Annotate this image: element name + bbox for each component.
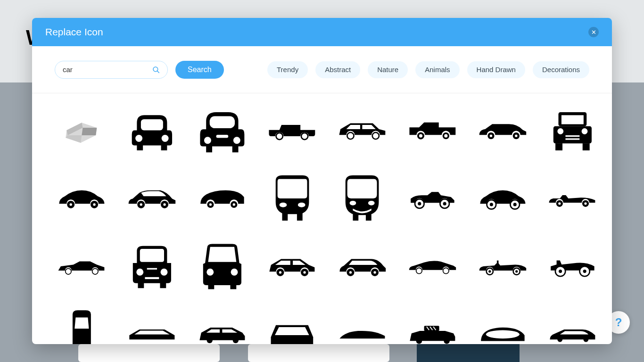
beetle-side-2-icon[interactable] [478, 173, 528, 223]
svg-point-30 [558, 128, 564, 134]
suv-silhouette-icon[interactable] [197, 308, 248, 344]
vintage-race-side-icon[interactable] [547, 240, 598, 291]
icon-gallery[interactable] [32, 93, 612, 344]
svg-rect-12 [216, 135, 228, 138]
isometric-car-icon[interactable] [57, 105, 107, 156]
svg-point-87 [488, 270, 491, 272]
svg-point-49 [297, 203, 305, 207]
svg-rect-85 [496, 260, 498, 264]
close-button[interactable]: ✕ [588, 27, 599, 37]
icon-row [57, 105, 598, 156]
close-icon: ✕ [591, 29, 596, 35]
icon-row [57, 308, 598, 344]
jeep-front-icon[interactable] [547, 105, 598, 156]
svg-point-97 [206, 337, 212, 343]
svg-point-18 [372, 132, 379, 139]
car-cover-icon[interactable] [478, 308, 528, 344]
svg-point-8 [161, 135, 168, 142]
van-front-icon[interactable] [197, 240, 248, 291]
sedan-side-icon[interactable] [267, 105, 317, 156]
svg-point-83 [416, 268, 421, 273]
svg-point-13 [276, 133, 283, 140]
search-button[interactable]: Search [175, 61, 224, 79]
svg-rect-33 [566, 138, 580, 140]
category-chip-hand-drawn[interactable]: Hand Drawn [467, 61, 525, 78]
svg-rect-32 [566, 135, 580, 137]
svg-rect-66 [140, 249, 164, 262]
svg-point-55 [443, 202, 446, 206]
svg-marker-99 [275, 327, 309, 335]
svg-point-76 [279, 272, 281, 274]
car-front-icon[interactable] [127, 105, 177, 156]
svg-point-10 [204, 137, 211, 144]
svg-point-61 [558, 202, 561, 205]
minivan-side-icon[interactable] [197, 173, 248, 223]
replace-icon-modal: Replace Icon ✕ Search Trendy Abstract Na… [32, 18, 612, 344]
svg-point-20 [419, 134, 422, 138]
svg-point-72 [231, 268, 238, 275]
category-chip-animals[interactable]: Animals [415, 61, 459, 78]
hatchback-side-2-icon[interactable] [267, 240, 317, 291]
svg-point-80 [349, 272, 352, 274]
crossover-side-icon[interactable] [337, 240, 388, 291]
category-chip-nature[interactable]: Nature [368, 61, 408, 78]
svg-point-65 [92, 268, 98, 274]
svg-rect-6 [141, 119, 163, 130]
svg-point-63 [585, 202, 587, 205]
icon-row [57, 240, 598, 291]
background-card [248, 344, 389, 362]
category-chip-decorations[interactable]: Decorations [533, 61, 589, 78]
svg-point-41 [140, 204, 142, 206]
modern-side-icon[interactable] [547, 308, 598, 344]
van-side-icon[interactable] [407, 105, 458, 156]
svg-rect-9 [209, 116, 234, 128]
svg-point-105 [444, 338, 449, 344]
svg-point-57 [489, 203, 493, 206]
convertible-side-icon[interactable] [478, 240, 528, 291]
svg-point-45 [209, 204, 211, 206]
svg-rect-35 [583, 143, 590, 150]
svg-point-67 [136, 268, 143, 275]
svg-point-31 [582, 128, 588, 134]
svg-point-89 [515, 270, 518, 272]
svg-point-93 [583, 270, 586, 273]
search-input[interactable] [55, 61, 168, 79]
roadster-side-icon[interactable] [547, 173, 598, 223]
svg-point-107 [558, 337, 563, 342]
svg-marker-4 [82, 128, 97, 135]
svg-point-64 [66, 268, 71, 274]
background-dark-card [417, 344, 520, 362]
svg-point-53 [418, 202, 421, 206]
svg-rect-28 [561, 115, 584, 124]
svg-point-91 [559, 270, 562, 273]
hotrod-side-icon[interactable] [407, 173, 458, 223]
sedan-side-2-icon[interactable] [127, 173, 177, 223]
hatch-silhouette-icon[interactable] [127, 308, 177, 344]
category-chip-abstract[interactable]: Abstract [315, 61, 360, 78]
modal-header: Replace Icon ✕ [32, 18, 612, 46]
car-front-rounded-icon[interactable] [197, 105, 248, 156]
icon-row [57, 173, 598, 223]
sports-silhouette-icon[interactable] [337, 308, 388, 344]
svg-point-14 [301, 133, 308, 140]
taxi-side-icon[interactable] [407, 308, 458, 344]
coupe-side-icon[interactable] [478, 105, 528, 156]
svg-point-47 [232, 204, 235, 206]
muscle-side-icon[interactable] [57, 240, 107, 291]
svg-point-98 [232, 337, 238, 343]
svg-point-43 [163, 204, 165, 206]
svg-point-84 [443, 268, 448, 273]
svg-point-78 [304, 272, 306, 274]
sports-side-icon[interactable] [407, 240, 458, 291]
car-top-icon[interactable] [57, 308, 107, 344]
svg-point-59 [513, 203, 516, 206]
compact-front-icon[interactable] [127, 240, 177, 291]
category-chip-trendy[interactable]: Trendy [267, 61, 308, 78]
beetle-side-icon[interactable] [57, 173, 107, 223]
search-wrapper [55, 61, 168, 79]
smart-front-smile-icon[interactable] [337, 173, 388, 223]
hatchback-side-icon[interactable] [337, 105, 388, 156]
car-front-simple-icon[interactable] [267, 308, 317, 344]
smart-front-icon[interactable] [267, 173, 317, 223]
svg-point-106 [486, 330, 519, 338]
